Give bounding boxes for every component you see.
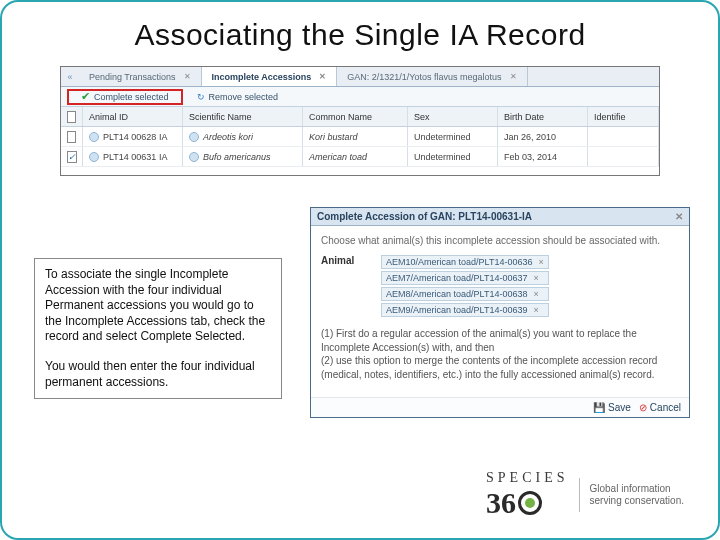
tab-pending-transactions[interactable]: Pending Transactions ✕: [79, 67, 202, 86]
cell-common: Kori bustard: [303, 127, 408, 146]
remove-tag-icon[interactable]: ×: [538, 257, 543, 267]
header-checkbox: [61, 107, 83, 126]
button-label: Save: [608, 402, 631, 413]
tab-label: Incomplete Accessions: [212, 72, 312, 82]
grid-header-row: Animal ID Scientific Name Common Name Se…: [61, 107, 659, 127]
close-icon[interactable]: ✕: [675, 211, 683, 222]
cell-scientific: Bufo americanus: [183, 147, 303, 166]
close-icon[interactable]: ✕: [319, 72, 326, 81]
info-icon: [89, 152, 99, 162]
remove-tag-icon[interactable]: ×: [533, 305, 538, 315]
animal-tag[interactable]: AEM8/American toad/PLT14-00638×: [381, 287, 549, 301]
header-common-name[interactable]: Common Name: [303, 107, 408, 126]
cell-sex: Undetermined: [408, 127, 498, 146]
dialog-steps: (1) First do a regular accession of the …: [321, 327, 679, 381]
cell-animal-id: PLT14 00631 IA: [83, 147, 183, 166]
header-animal-id[interactable]: Animal ID: [83, 107, 183, 126]
remove-icon: ↻: [197, 92, 205, 102]
globe-icon: [518, 491, 542, 515]
dialog-title-text: Complete Accession of GAN: PLT14-00631-I…: [317, 211, 532, 222]
save-button[interactable]: 💾 Save: [593, 402, 631, 413]
cell-animal-id: PLT14 00628 IA: [83, 127, 183, 146]
cell-birth: Jan 26, 2010: [498, 127, 588, 146]
instruction-paragraph: To associate the single Incomplete Acces…: [45, 267, 271, 345]
complete-accession-dialog: Complete Accession of GAN: PLT14-00631-I…: [310, 207, 690, 418]
brand-tagline: Global information serving conservation.: [590, 483, 685, 508]
cell-birth: Feb 03, 2014: [498, 147, 588, 166]
header-identifier[interactable]: Identifie: [588, 107, 659, 126]
close-icon[interactable]: ✕: [184, 72, 191, 81]
tabstrip: « Pending Transactions ✕ Incomplete Acce…: [61, 67, 659, 87]
save-icon: 💾: [593, 402, 605, 413]
animal-tag[interactable]: AEM9/American toad/PLT14-00639×: [381, 303, 549, 317]
tab-gan-record[interactable]: GAN: 2/1321/1/Yotos flavus megalotus ✕: [337, 67, 527, 86]
row-checkbox[interactable]: [67, 131, 76, 143]
remove-selected-button[interactable]: ↻ Remove selected: [189, 91, 287, 103]
highlight-complete-selected: ✔ Complete selected: [67, 89, 183, 105]
tab-label: Pending Transactions: [89, 72, 176, 82]
animal-tag[interactable]: AEM7/American toad/PLT14-00637×: [381, 271, 549, 285]
header-birth-date[interactable]: Birth Date: [498, 107, 588, 126]
accessions-grid-panel: « Pending Transactions ✕ Incomplete Acce…: [60, 66, 660, 176]
step-text: (1) First do a regular accession of the …: [321, 327, 679, 354]
cancel-button[interactable]: ⊘ Cancel: [639, 402, 681, 413]
divider: [579, 478, 580, 512]
header-scientific-name[interactable]: Scientific Name: [183, 107, 303, 126]
brand-360: 36: [486, 486, 568, 520]
info-icon: [189, 132, 199, 142]
dialog-description: Choose what animal(s) this incomplete ac…: [321, 234, 679, 247]
tab-scroll-left-icon[interactable]: «: [61, 72, 79, 82]
dialog-footer: 💾 Save ⊘ Cancel: [311, 397, 689, 417]
remove-tag-icon[interactable]: ×: [533, 289, 538, 299]
header-sex[interactable]: Sex: [408, 107, 498, 126]
row-checkbox[interactable]: ✓: [67, 151, 77, 163]
brand-word: SPECIES: [486, 470, 568, 486]
dialog-titlebar: Complete Accession of GAN: PLT14-00631-I…: [311, 208, 689, 226]
complete-selected-button[interactable]: ✔ Complete selected: [73, 89, 177, 104]
tab-incomplete-accessions[interactable]: Incomplete Accessions ✕: [202, 67, 338, 86]
cell-sex: Undetermined: [408, 147, 498, 166]
cancel-icon: ⊘: [639, 402, 647, 413]
animal-tag[interactable]: AEM10/American toad/PLT14-00636×: [381, 255, 549, 269]
instruction-paragraph: You would then enter the four individual…: [45, 359, 271, 390]
checkmark-icon: ✔: [81, 90, 90, 103]
grid-toolbar: ✔ Complete selected ↻ Remove selected: [61, 87, 659, 107]
button-label: Complete selected: [94, 92, 169, 102]
step-text: (2) use this option to merge the content…: [321, 354, 679, 381]
animal-tag-list: AEM10/American toad/PLT14-00636× AEM7/Am…: [381, 255, 549, 317]
cell-identifier: [588, 127, 659, 146]
close-icon[interactable]: ✕: [510, 72, 517, 81]
cell-scientific: Ardeotis kori: [183, 127, 303, 146]
slide-title: Associating the Single IA Record: [30, 18, 690, 52]
table-row[interactable]: PLT14 00628 IA Ardeotis kori Kori bustar…: [61, 127, 659, 147]
cell-identifier: [588, 147, 659, 166]
checkbox[interactable]: [67, 111, 76, 123]
instruction-box: To associate the single Incomplete Acces…: [34, 258, 282, 399]
table-row[interactable]: ✓ PLT14 00631 IA Bufo americanus America…: [61, 147, 659, 167]
cell-common: American toad: [303, 147, 408, 166]
animal-field-label: Animal: [321, 255, 371, 266]
info-icon: [89, 132, 99, 142]
remove-tag-icon[interactable]: ×: [533, 273, 538, 283]
button-label: Remove selected: [209, 92, 279, 102]
info-icon: [189, 152, 199, 162]
tab-label: GAN: 2/1321/1/Yotos flavus megalotus: [347, 72, 501, 82]
button-label: Cancel: [650, 402, 681, 413]
footer-logo-block: SPECIES 36 Global information serving co…: [486, 470, 684, 520]
